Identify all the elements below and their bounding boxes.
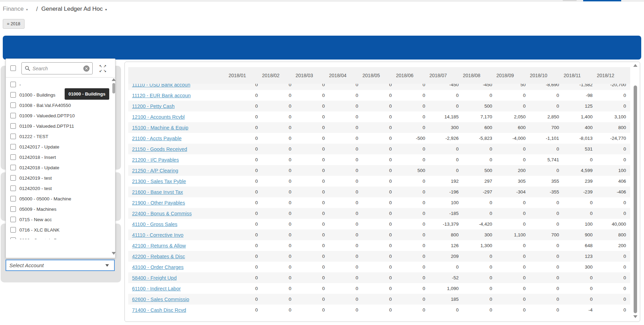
value-cell[interactable]: 0: [396, 157, 429, 162]
value-cell[interactable]: 0: [530, 275, 563, 280]
value-cell[interactable]: 0: [597, 297, 630, 302]
value-cell[interactable]: 0: [563, 286, 597, 291]
value-cell[interactable]: 0: [329, 189, 363, 195]
value-cell[interactable]: 0: [463, 275, 496, 280]
value-cell[interactable]: 0: [228, 168, 262, 173]
value-cell[interactable]: -450: [463, 84, 496, 87]
value-cell[interactable]: 0: [262, 114, 296, 119]
checkbox[interactable]: [10, 134, 16, 139]
value-cell[interactable]: 0: [496, 211, 530, 216]
account-checkbox-item[interactable]: 0716 - XLC BLANK: [6, 225, 110, 235]
value-cell[interactable]: 0: [530, 243, 563, 248]
value-cell[interactable]: 200: [597, 243, 630, 248]
value-cell[interactable]: 200: [496, 168, 530, 173]
account-checkbox-item[interactable]: 01242019 - test: [6, 173, 110, 183]
value-cell[interactable]: 0: [228, 93, 262, 98]
value-cell[interactable]: 0: [296, 232, 329, 237]
checkbox[interactable]: [10, 237, 16, 239]
value-cell[interactable]: 125: [563, 103, 597, 109]
value-cell[interactable]: 0: [362, 222, 396, 227]
value-cell[interactable]: 0: [362, 286, 396, 291]
value-cell[interactable]: 0: [463, 146, 496, 152]
value-cell[interactable]: 0: [396, 254, 429, 259]
value-cell[interactable]: 0: [262, 179, 296, 184]
account-checkbox-item[interactable]: 01009 - Valueded.DPTP10: [6, 110, 110, 121]
value-cell[interactable]: 0: [429, 157, 463, 162]
value-cell[interactable]: 0: [262, 189, 296, 195]
value-cell[interactable]: 0: [362, 189, 396, 195]
value-cell[interactable]: -450: [429, 84, 463, 87]
value-cell[interactable]: 0: [262, 168, 296, 173]
value-cell[interactable]: 0: [296, 200, 329, 205]
value-cell[interactable]: 0: [429, 93, 463, 98]
value-cell[interactable]: 0: [262, 307, 296, 313]
account-link[interactable]: 11200 - Petty Cash: [132, 103, 175, 109]
value-cell[interactable]: 14,185: [429, 114, 463, 119]
value-cell[interactable]: 0: [362, 200, 396, 205]
account-checkbox-item[interactable]: 01242018 - Update: [6, 162, 110, 173]
value-cell[interactable]: 0: [362, 146, 396, 152]
value-cell[interactable]: 0: [496, 157, 530, 162]
value-cell[interactable]: 0: [362, 264, 396, 270]
account-link[interactable]: 71400 - Cash Disc Rcvd: [132, 307, 186, 313]
value-cell[interactable]: 50: [496, 84, 530, 87]
value-cell[interactable]: 0: [262, 146, 296, 152]
value-cell[interactable]: 0: [296, 275, 329, 280]
value-cell[interactable]: 0: [228, 211, 262, 216]
account-checkbox-item[interactable]: 01008 - Bal.Val.FA40550: [6, 100, 110, 110]
value-cell[interactable]: 0: [496, 297, 530, 302]
value-cell[interactable]: 0: [530, 200, 563, 205]
value-cell[interactable]: 0: [563, 275, 597, 280]
value-cell[interactable]: 800: [597, 125, 630, 130]
value-cell[interactable]: 0: [329, 114, 363, 119]
value-cell[interactable]: 0: [329, 286, 363, 291]
value-cell[interactable]: 0: [496, 243, 530, 248]
value-cell[interactable]: 0: [396, 297, 429, 302]
scroll-up-arrow-icon[interactable]: [112, 78, 116, 81]
value-cell[interactable]: 209: [429, 254, 463, 259]
value-cell[interactable]: 1,300: [463, 243, 496, 248]
checkbox[interactable]: [10, 206, 16, 212]
value-cell[interactable]: 297: [463, 179, 496, 184]
value-cell[interactable]: 0: [496, 103, 530, 109]
value-cell[interactable]: 0: [429, 307, 463, 313]
value-cell[interactable]: 0: [329, 179, 363, 184]
breadcrumb-page[interactable]: General Ledger Ad Hoc: [41, 6, 103, 12]
value-cell[interactable]: 0: [429, 103, 463, 109]
value-cell[interactable]: 0: [563, 200, 597, 205]
checkbox[interactable]: [10, 196, 16, 201]
value-cell[interactable]: 355: [530, 179, 563, 184]
value-cell[interactable]: 900: [563, 232, 597, 237]
value-cell[interactable]: 0: [530, 286, 563, 291]
value-cell[interactable]: 531: [563, 146, 597, 152]
value-cell[interactable]: 700: [530, 232, 563, 237]
checkbox[interactable]: [10, 123, 16, 129]
value-cell[interactable]: 1,400: [563, 114, 597, 119]
value-cell[interactable]: 0: [329, 93, 363, 98]
value-cell[interactable]: 0: [496, 254, 530, 259]
value-cell[interactable]: 0: [296, 157, 329, 162]
account-link[interactable]: 12100 - Accounts Rcvbl: [132, 114, 185, 120]
value-cell[interactable]: 0: [463, 297, 496, 302]
value-cell[interactable]: 0: [463, 200, 496, 205]
scroll-down-arrow-icon[interactable]: [112, 252, 116, 255]
value-cell[interactable]: 0: [262, 103, 296, 109]
value-cell[interactable]: 123: [563, 254, 597, 259]
account-link[interactable]: 21150 - Goods Received: [132, 146, 187, 152]
value-cell[interactable]: 100: [429, 200, 463, 205]
value-cell[interactable]: -24,770: [597, 136, 630, 141]
value-cell[interactable]: 40,000: [597, 222, 630, 227]
scrollbar-thumb[interactable]: [112, 83, 115, 93]
value-cell[interactable]: 0: [563, 211, 597, 216]
value-cell[interactable]: 0: [396, 84, 429, 87]
clear-search-icon[interactable]: ✕: [83, 65, 90, 72]
value-cell[interactable]: 0: [296, 286, 329, 291]
account-link[interactable]: 42200 - Rebates & Disc: [132, 254, 185, 259]
value-cell[interactable]: 0: [429, 264, 463, 270]
value-cell[interactable]: 4,599: [563, 168, 597, 173]
value-cell[interactable]: 0: [396, 243, 429, 248]
chevron-down-icon[interactable]: ▾: [26, 8, 28, 11]
value-cell[interactable]: 0: [362, 84, 396, 87]
value-cell[interactable]: 0: [228, 200, 262, 205]
value-cell[interactable]: 0: [296, 211, 329, 216]
